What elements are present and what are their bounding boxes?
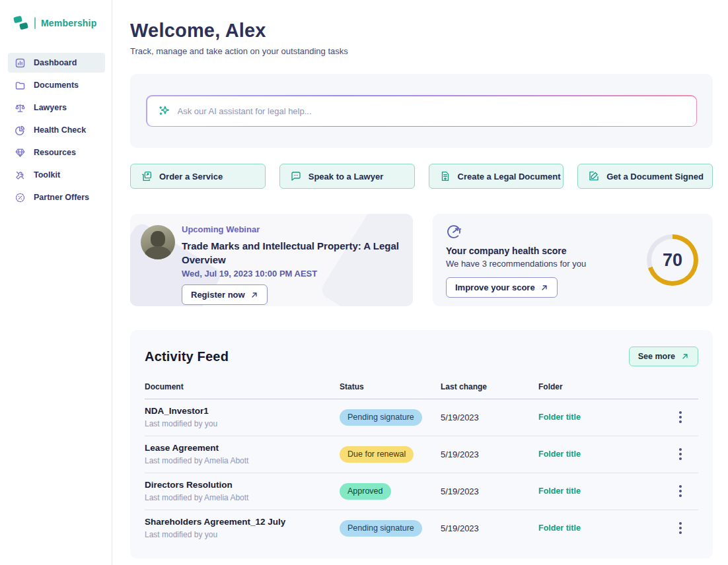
quick-action-label: Get a Document Signed [606,172,704,182]
quick-action-label: Order a Service [159,172,223,182]
arrow-up-right-icon [540,284,548,292]
sidebar-item-label: Toolkit [34,170,60,180]
get-document-signed-button[interactable]: Get a Document Signed [577,164,713,189]
status-badge: Approved [340,483,391,500]
table-row[interactable]: Directors Resolution Last modified by Am… [145,473,698,510]
row-menu-kebab-icon[interactable] [679,448,682,451]
folder-link[interactable]: Folder title [538,449,679,459]
improve-score-button[interactable]: Improve your score [446,277,558,298]
document-title[interactable]: NDA_Investor1 [145,406,340,416]
signature-icon [588,170,600,182]
health-score-ring: 70 [647,234,698,286]
percent-icon [15,192,26,203]
status-badge: Pending signature [340,409,422,426]
sidebar-item-label: Resources [34,148,76,157]
table-row[interactable]: Lease Agreement Last modified by Amelia … [145,436,698,473]
sidebar-item-health-check[interactable]: Health Check [8,120,105,140]
ai-assistant-input[interactable] [178,106,686,116]
see-more-button[interactable]: See more [629,347,698,366]
last-change-date: 5/19/2023 [441,449,538,459]
sidebar-nav: Dashboard Documents Lawyers Health Check… [0,53,112,210]
speak-to-a-lawyer-button[interactable]: Speak to a Lawyer [279,164,415,189]
document-modified: Last modified by you [145,530,340,539]
ai-input-container[interactable] [147,96,696,126]
webinar-card: Upcoming Webinar Trade Marks and Intelle… [130,214,413,306]
create-legal-document-button[interactable]: Create a Legal Document [429,164,564,189]
page-title: Welcome, Alex [130,20,713,42]
brand-mark-icon [13,16,29,30]
folder-link[interactable]: Folder title [538,486,679,496]
row-menu-kebab-icon[interactable] [679,485,682,488]
column-header-folder: Folder [538,382,679,391]
table-row[interactable]: NDA_Investor1 Last modified by you Pendi… [145,399,698,436]
webinar-speaker-avatar [141,225,175,259]
table-header-row: Document Status Last change Folder [145,382,698,399]
tools-icon [15,170,26,181]
activity-feed-title: Activity Feed [145,349,229,364]
page-subtitle: Track, manage and take action on your ou… [130,46,713,56]
see-more-label: See more [638,352,675,361]
folder-link[interactable]: Folder title [538,523,679,533]
activity-feed-card: Activity Feed See more Document Status L… [130,330,713,558]
sidebar-item-dashboard[interactable]: Dashboard [8,53,105,73]
folder-icon [15,80,26,91]
webinar-title: Trade Marks and Intellectual Property: A… [182,239,404,267]
brand-name: Membership [41,18,96,28]
sparkles-icon [158,104,171,117]
webinar-eyebrow: Upcoming Webinar [182,224,404,234]
sidebar-item-documents[interactable]: Documents [8,75,105,95]
sidebar: Membership Dashboard Documents Lawyers H… [0,0,112,565]
brand-logo: Membership [0,0,112,30]
order-a-service-button[interactable]: Order a Service [130,164,266,189]
arrow-up-right-icon [250,291,258,299]
document-add-icon [439,170,451,182]
document-modified: Last modified by Amelia Abott [145,493,340,502]
status-badge: Pending signature [340,520,422,537]
sidebar-item-label: Health Check [34,125,86,135]
sidebar-item-partner-offers[interactable]: Partner Offers [8,187,105,207]
improve-score-label: Improve your score [455,282,535,292]
row-menu-kebab-icon[interactable] [679,411,682,414]
pie-chart-icon [15,125,26,136]
sidebar-item-label: Lawyers [34,103,67,112]
document-modified: Last modified by Amelia Abott [145,456,340,465]
gem-icon [15,147,26,158]
register-now-label: Register now [191,290,245,300]
sidebar-item-label: Dashboard [34,58,77,67]
status-badge: Due for renewal [340,446,414,463]
health-score-value: 70 [663,250,682,271]
sidebar-item-lawyers[interactable]: Lawyers [8,98,105,117]
document-title[interactable]: Shareholders Agreement_12 July [145,517,340,527]
activity-table: Document Status Last change Folder NDA_I… [145,382,698,547]
row-menu-kebab-icon[interactable] [679,522,682,525]
table-row[interactable]: Shareholders Agreement_12 July Last modi… [145,510,698,547]
column-header-status: Status [340,382,441,391]
webinar-datetime: Wed, Jul 19, 2023 10:00 PM AEST [182,269,404,279]
ai-assistant-panel [130,74,713,148]
folder-link[interactable]: Folder title [538,413,679,422]
document-title[interactable]: Directors Resolution [145,480,340,490]
order-service-icon [141,170,153,182]
quick-action-label: Speak to a Lawyer [309,172,383,182]
last-change-date: 5/19/2023 [441,486,538,496]
ai-input-gradient-border [146,95,697,127]
column-header-last-change: Last change [441,382,538,391]
sidebar-item-resources[interactable]: Resources [8,143,105,162]
arrow-up-right-icon [681,352,689,360]
main-content: Welcome, Alex Track, manage and take act… [113,0,728,565]
document-modified: Last modified by you [145,419,340,428]
last-change-date: 5/19/2023 [441,413,538,422]
sidebar-item-label: Partner Offers [34,193,89,202]
column-header-document: Document [145,382,340,391]
brand-divider [34,17,36,29]
register-now-button[interactable]: Register now [182,284,268,305]
chat-icon [290,170,302,182]
gauge-icon [446,224,462,240]
document-title[interactable]: Lease Agreement [145,443,340,453]
scales-icon [15,102,26,114]
dashboard-icon [15,57,26,69]
quick-actions: Order a Service Speak to a Lawyer Create… [130,164,713,189]
health-score-card: Your company health score We have 3 reco… [433,214,713,306]
last-change-date: 5/19/2023 [441,523,538,533]
sidebar-item-toolkit[interactable]: Toolkit [8,165,105,185]
